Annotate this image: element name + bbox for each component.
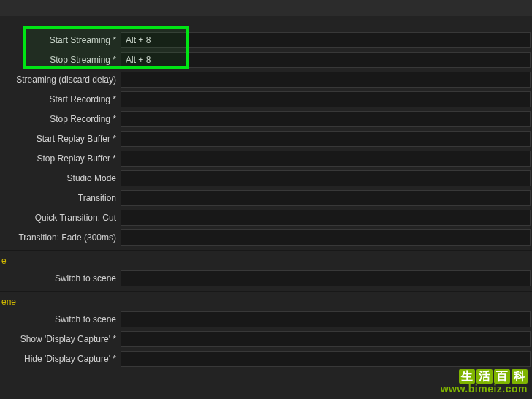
watermark-brand: 生 活 百 科 (441, 369, 528, 384)
top-bar (0, 0, 532, 16)
hotkey-label: Stop Streaming * (0, 55, 121, 65)
hotkey-row-stop-replay-buffer: Stop Replay Buffer * (0, 149, 532, 168)
hotkey-input-discard-delay[interactable] (121, 72, 531, 88)
hotkey-row-stop-streaming: Stop Streaming * Alt + 8 (0, 50, 532, 69)
hotkey-row-switch-to-scene-2: Switch to scene (0, 310, 532, 329)
hotkey-label: Transition: Fade (300ms) (0, 232, 121, 243)
watermark-char: 生 (459, 369, 475, 384)
hotkey-row-discard-delay: Streaming (discard delay) (0, 70, 532, 89)
hotkey-input-start-recording[interactable] (121, 91, 531, 107)
hotkey-label: Start Replay Buffer * (0, 134, 121, 144)
hotkey-row-transition: Transition (0, 189, 532, 208)
hotkey-input-switch-to-scene-2[interactable] (121, 311, 531, 327)
hotkey-label: Hide 'Display Capture' * (0, 354, 121, 364)
watermark-char: 百 (494, 369, 510, 384)
hotkey-row-stop-recording: Stop Recording * (0, 110, 532, 129)
watermark: 生 活 百 科 www.bimeiz.com (441, 369, 528, 395)
hotkey-input-switch-to-scene-1[interactable] (121, 270, 531, 286)
hotkey-row-hide-display-capture: Hide 'Display Capture' * (0, 349, 532, 368)
hotkey-label: Streaming (discard delay) (0, 75, 121, 85)
hotkey-label: Quick Transition: Cut (0, 213, 121, 223)
scene-section-header-2: ene (0, 294, 532, 310)
hotkeys-panel: Start Streaming * Alt + 8 Stop Streaming… (0, 23, 532, 368)
watermark-url: www.bimeiz.com (441, 384, 528, 395)
hotkey-row-start-streaming: Start Streaming * Alt + 8 (0, 31, 532, 50)
hotkey-label: Studio Mode (0, 173, 121, 183)
hotkey-input-transition-fade[interactable] (121, 229, 531, 246)
hotkey-input-start-streaming[interactable]: Alt + 8 (121, 32, 531, 48)
hotkey-row-start-replay-buffer: Start Replay Buffer * (0, 129, 532, 148)
hotkey-input-show-display-capture[interactable] (121, 331, 531, 347)
hotkey-label: Start Streaming * (0, 35, 121, 45)
hotkey-row-studio-mode: Studio Mode (0, 169, 532, 188)
hotkey-input-hide-display-capture[interactable] (121, 351, 531, 367)
hotkey-input-start-replay-buffer[interactable] (121, 131, 531, 147)
hotkey-input-transition[interactable] (121, 190, 531, 206)
hotkey-label: Switch to scene (0, 314, 121, 324)
hotkey-label: Stop Recording * (0, 114, 121, 124)
hotkey-label: Show 'Display Capture' * (0, 334, 121, 344)
section-divider (0, 291, 532, 292)
hotkey-input-stop-streaming[interactable]: Alt + 8 (121, 52, 531, 68)
hotkey-label: Switch to scene (0, 273, 121, 284)
hotkey-input-studio-mode[interactable] (121, 170, 531, 186)
watermark-char: 科 (512, 369, 528, 384)
hotkey-input-stop-recording[interactable] (121, 111, 531, 127)
hotkey-row-quick-transition-cut: Quick Transition: Cut (0, 208, 532, 227)
hotkey-label: Transition (0, 193, 121, 203)
hotkey-label: Stop Replay Buffer * (0, 153, 121, 164)
hotkey-row-show-display-capture: Show 'Display Capture' * (0, 330, 532, 349)
hotkey-row-start-recording: Start Recording * (0, 90, 532, 109)
scene-section-header-1: e (0, 253, 532, 269)
hotkey-label: Start Recording * (0, 94, 121, 104)
section-divider (0, 250, 532, 251)
hotkey-input-stop-replay-buffer[interactable] (121, 151, 531, 167)
hotkey-row-switch-to-scene-1: Switch to scene (0, 269, 532, 288)
watermark-char: 活 (476, 369, 493, 384)
hotkey-input-quick-transition-cut[interactable] (121, 210, 531, 226)
hotkey-row-transition-fade: Transition: Fade (300ms) (0, 228, 532, 247)
